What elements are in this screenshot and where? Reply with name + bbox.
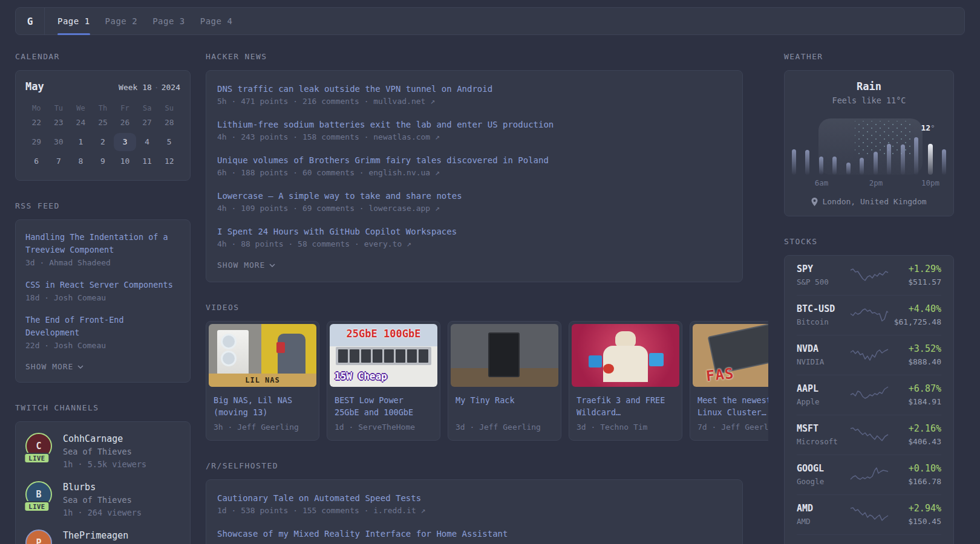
video-meta: 7d · Jeff Geerling	[697, 423, 768, 432]
videos-carousel: LIL NAS Big NAS, Lil NAS (moving 13) 3h …	[206, 321, 768, 441]
calendar-day: 5	[158, 133, 180, 151]
dashboard-columns: CALENDAR May Week 18·2024 Mo Tu We Th Fr	[0, 52, 980, 544]
tab-page-3[interactable]: Page 3	[152, 8, 185, 34]
header-nav: G Page 1 Page 2 Page 3 Page 4	[15, 7, 965, 35]
rss-item-link[interactable]: Handling The Indentation of a Treeview C…	[25, 231, 180, 256]
rss-widget: RSS FEED Handling The Indentation of a T…	[15, 201, 191, 383]
weather-location: London, United Kingdom	[785, 197, 953, 206]
rss-item-meta: 22d · Josh Comeau	[25, 339, 180, 352]
calendar-day: 10	[114, 152, 136, 170]
stock-row-spy[interactable]: SPYS&P 500 +1.29%$511.57	[797, 256, 941, 295]
video-card-big-nas[interactable]: LIL NAS Big NAS, Lil NAS (moving 13) 3h …	[206, 321, 319, 441]
video-body: Meet the newest Linux Cluster… 7d · Jeff…	[690, 389, 768, 440]
calendar-header: May Week 18·2024	[25, 80, 180, 92]
calendar-day: 23	[48, 114, 70, 132]
tab-page-2[interactable]: Page 2	[105, 8, 138, 34]
show-more-label: SHOW MORE	[217, 261, 265, 270]
weekday-label: Mo	[25, 103, 48, 114]
reddit-item-link[interactable]: Showcase of my Mixed Reality Interface f…	[217, 528, 731, 540]
video-thumbnail[interactable]: LIL NAS	[209, 324, 316, 387]
video-card-25gbe-switch[interactable]: 25GbE 100GbE 15W Cheap BEST Low Power 25…	[327, 321, 440, 441]
stock-sparkline	[850, 346, 889, 364]
hn-item-link[interactable]: DNS traffic can leak outside the VPN tun…	[217, 83, 731, 95]
weekday-label: Fr	[114, 103, 136, 114]
chevron-down-icon	[77, 365, 83, 369]
rss-show-more-button[interactable]: SHOW MORE	[25, 362, 180, 371]
video-card-my-tiny-rack[interactable]: My Tiny Rack 3d · Jeff Geerling	[448, 321, 561, 441]
calendar-day: 22	[25, 114, 48, 132]
rss-item-link[interactable]: CSS in React Server Components	[25, 279, 180, 291]
channel-game: Sea of Thieves	[63, 445, 146, 458]
thumbnail-art	[615, 331, 636, 347]
hn-item-link[interactable]: Lithium-free sodium batteries exit the l…	[217, 118, 731, 131]
app-logo[interactable]: G	[16, 8, 44, 34]
video-title[interactable]: Big NAS, Lil NAS (moving 13)	[214, 394, 312, 418]
temp-bar	[846, 163, 851, 175]
time-label: 6am	[815, 178, 829, 187]
thumbnail-text: 15W Cheap	[335, 371, 387, 382]
weekday-label: Su	[158, 103, 180, 114]
video-thumbnail[interactable]	[451, 324, 558, 387]
rss-item-meta: 18d · Josh Comeau	[25, 291, 180, 304]
stock-name: Bitcoin	[797, 317, 849, 327]
video-meta: 3h · Jeff Geerling	[214, 423, 312, 432]
temp-bar	[860, 158, 864, 175]
rss-item: CSS in React Server Components 18d · Jos…	[25, 279, 180, 304]
video-body: BEST Low Power 25GbE and 100GbE Switch… …	[327, 389, 440, 440]
video-title[interactable]: BEST Low Power 25GbE and 100GbE Switch…	[335, 394, 433, 418]
rss-item-link[interactable]: The End of Front-End Development	[25, 314, 180, 339]
stock-symbol: MSFT	[797, 423, 849, 435]
hn-item-link[interactable]: I Spent 24 Hours with GitHub Copilot Wor…	[217, 225, 731, 238]
channel-meta: 1h · 264 viewers	[63, 507, 142, 519]
stock-change: +1.29%	[889, 263, 941, 275]
stock-row-amd[interactable]: AMDAMD +2.94%$150.45	[797, 494, 941, 534]
reddit-item-link[interactable]: Cautionary Tale on Automated Speed Tests	[217, 492, 731, 504]
stock-row-aapl[interactable]: AAPLApple +6.87%$184.91	[797, 375, 941, 415]
video-title[interactable]: Traefik 3 and FREE Wildcard…	[577, 394, 675, 418]
stock-row-msft[interactable]: MSFTMicrosoft +2.16%$406.43	[797, 415, 941, 455]
stock-sparkline	[850, 386, 889, 404]
calendar-day: 28	[158, 114, 180, 132]
stock-price: $150.45	[889, 516, 941, 526]
video-thumbnail[interactable]	[572, 324, 679, 387]
thumbnail-art	[649, 353, 664, 366]
twitch-widget: TWITCH CHANNELS C LIVE CohhCarnage Sea o…	[15, 403, 191, 544]
twitch-card: C LIVE CohhCarnage Sea of Thieves 1h · 5…	[15, 421, 191, 544]
video-body: Traefik 3 and FREE Wildcard… 3d · Techno…	[569, 389, 682, 440]
video-thumbnail[interactable]: FAS	[693, 324, 768, 387]
stock-row-rddt[interactable]: RDDT -1.65%	[797, 534, 941, 544]
avatar-wrap: B LIVE	[25, 481, 56, 508]
stock-row-googl[interactable]: GOOGLGoogle +0.10%$166.78	[797, 455, 941, 494]
time-label: 10pm	[921, 178, 939, 187]
tab-page-4[interactable]: Page 4	[200, 8, 233, 34]
hn-item-link[interactable]: Unique volumes of Brothers Grimm fairy t…	[217, 154, 731, 166]
video-card-linux-cluster[interactable]: FAS Meet the newest Linux Cluster… 7d · …	[690, 321, 768, 441]
video-card-traefik[interactable]: Traefik 3 and FREE Wildcard… 3d · Techno…	[569, 321, 682, 441]
video-meta: 3d · Jeff Geerling	[456, 423, 554, 432]
hn-item-link[interactable]: Lowercase – A simple way to take and sha…	[217, 190, 731, 202]
stock-row-nvda[interactable]: NVDANVIDIA +3.52%$888.40	[797, 335, 941, 375]
twitch-channel-blurbs[interactable]: B LIVE Blurbs Sea of Thieves 1h · 264 vi…	[25, 481, 180, 519]
stock-symbol: SPY	[797, 263, 849, 275]
video-title[interactable]: Meet the newest Linux Cluster…	[697, 394, 768, 418]
video-title[interactable]: My Tiny Rack	[456, 394, 554, 418]
reddit-item: Cautionary Tale on Automated Speed Tests…	[217, 492, 731, 517]
stock-change: +0.10%	[889, 462, 941, 474]
hn-show-more-button[interactable]: SHOW MORE	[217, 261, 731, 270]
video-thumbnail[interactable]: 25GbE 100GbE 15W Cheap	[330, 324, 437, 387]
twitch-channel-cohhcarnage[interactable]: C LIVE CohhCarnage Sea of Thieves 1h · 5…	[25, 433, 180, 471]
tab-page-1[interactable]: Page 1	[57, 8, 90, 34]
tab-label: Page 4	[200, 16, 233, 26]
thumbnail-art	[336, 347, 431, 365]
calendar-card: May Week 18·2024 Mo Tu We Th Fr Sa Su	[15, 70, 191, 181]
twitch-channel-theprimeagen[interactable]: P ThePrimeagen	[25, 529, 180, 544]
weather-widget: WEATHER Rain Feels like 11°C	[784, 52, 954, 216]
stock-price: $406.43	[889, 436, 941, 447]
reddit-card: Cautionary Tale on Automated Speed Tests…	[206, 479, 743, 544]
stock-price: $184.91	[889, 397, 941, 407]
rss-item: The End of Front-End Development 22d · J…	[25, 314, 180, 352]
stock-row-btc-usd[interactable]: BTC-USDBitcoin +4.40%$61,725.48	[797, 295, 941, 335]
stock-name: S&P 500	[797, 277, 849, 287]
widget-title-videos: VIDEOS	[206, 303, 743, 312]
stock-price: $888.40	[889, 357, 941, 367]
